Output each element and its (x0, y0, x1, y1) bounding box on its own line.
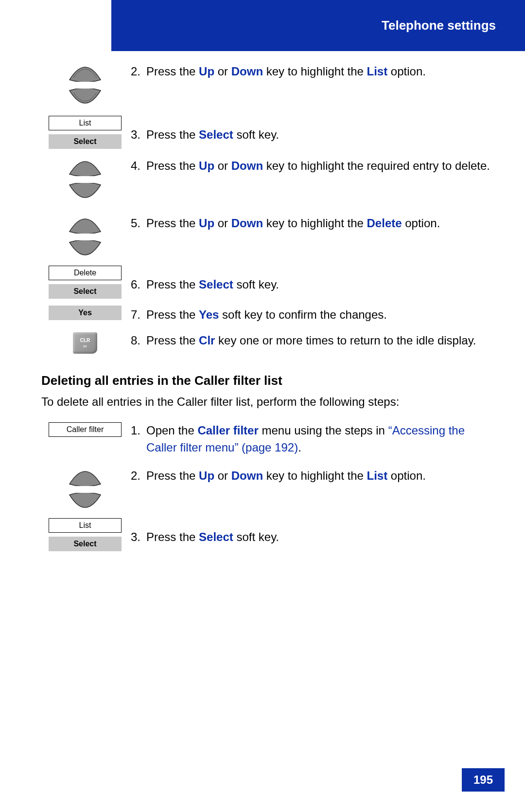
clr-key-label: CLR (80, 338, 90, 343)
step-number: 3. (129, 529, 146, 546)
list-button-icon: List (49, 116, 122, 130)
yes-softkey-icon: Yes (49, 306, 122, 320)
keyword: List (367, 65, 388, 78)
up-down-key-icon (66, 468, 105, 511)
clr-key-sub-icon: ▭ (83, 344, 87, 348)
step-number: 5. (129, 215, 146, 232)
step-row: Delete Select 6. Press the Select soft k… (41, 266, 496, 299)
keyword: Up (199, 217, 214, 230)
step-number: 2. (129, 63, 146, 80)
step-row: 2. Press the Up or Down key to highlight… (41, 63, 496, 107)
step-text: Press the Clr key one or more times to r… (146, 332, 496, 349)
step-number: 3. (129, 126, 146, 144)
step-text: Press the Up or Down key to highlight th… (146, 468, 496, 485)
step-row: Yes 7. Press the Yes soft key to confirm… (41, 306, 496, 324)
header-title: Telephone settings (382, 18, 496, 33)
step-row: 4. Press the Up or Down key to highlight… (41, 158, 496, 201)
clr-key-icon: CLR ▭ (73, 332, 97, 354)
step-number: 7. (129, 307, 146, 324)
keyword: Clr (199, 334, 215, 347)
up-down-key-icon (66, 63, 105, 107)
caller-filter-button-icon: Caller filter (49, 422, 122, 437)
step-row: Caller filter 1. Open the Caller filter … (41, 422, 496, 456)
delete-button-icon: Delete (49, 266, 122, 280)
keyword: Up (199, 159, 214, 172)
keyword: Down (231, 65, 263, 78)
step-number: 8. (129, 332, 146, 349)
step-number: 1. (129, 422, 146, 439)
section-heading: Deleting all entries in the Caller filte… (41, 373, 496, 388)
keyword: Select (199, 278, 233, 291)
keyword: Select (199, 530, 233, 543)
step-number: 4. (129, 158, 146, 175)
step-text: Press the Up or Down key to highlight th… (146, 215, 496, 232)
step-row: 5. Press the Up or Down key to highlight… (41, 215, 496, 259)
select-softkey-icon: Select (49, 284, 122, 299)
keyword: Caller filter (197, 424, 258, 437)
keyword: Down (231, 159, 263, 172)
select-softkey-icon: Select (49, 537, 122, 551)
step-number: 6. (129, 276, 146, 293)
step-text: Press the Yes soft key to confirm the ch… (146, 307, 496, 324)
keyword: Yes (199, 308, 219, 321)
step-row: List Select 3. Press the Select soft key… (41, 116, 496, 149)
step-text: Press the Select soft key. (146, 126, 496, 144)
step-row: CLR ▭ 8. Press the Clr key one or more t… (41, 332, 496, 354)
step-row: List Select 3. Press the Select soft key… (41, 518, 496, 551)
keyword: List (367, 469, 388, 482)
keyword: Down (231, 469, 263, 482)
keyword: Up (199, 469, 214, 482)
step-text: Press the Select soft key. (146, 529, 496, 546)
step-text: Open the Caller filter menu using the st… (146, 422, 496, 456)
step-text: Press the Up or Down key to highlight th… (146, 158, 496, 175)
up-down-key-icon (66, 215, 105, 259)
step-text: Press the Select soft key. (146, 276, 496, 293)
step-text: Press the Up or Down key to highlight th… (146, 63, 496, 80)
step-number: 2. (129, 468, 146, 485)
keyword: Delete (367, 217, 402, 230)
up-down-key-icon (66, 158, 105, 201)
step-row: 2. Press the Up or Down key to highlight… (41, 468, 496, 511)
page-number: 195 (473, 773, 493, 787)
keyword: Select (199, 128, 233, 141)
page-header: Telephone settings (111, 0, 525, 51)
section-intro: To delete all entries in the Caller filt… (41, 395, 496, 409)
keyword: Down (231, 217, 263, 230)
page-content: 2. Press the Up or Down key to highlight… (41, 63, 496, 554)
page-number-badge: 195 (462, 768, 505, 792)
list-button-icon: List (49, 518, 122, 533)
keyword: Up (199, 65, 214, 78)
select-softkey-icon: Select (49, 134, 122, 149)
